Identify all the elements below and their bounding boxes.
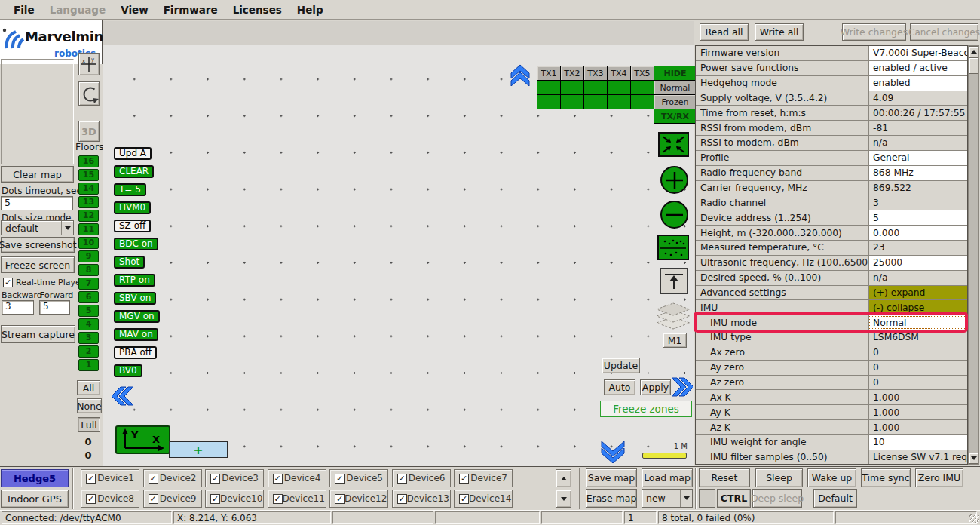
param-value[interactable]: General bbox=[868, 151, 967, 165]
apply-button[interactable]: Apply bbox=[640, 379, 671, 395]
device-cell-device13[interactable]: ✓Device13 bbox=[392, 490, 451, 508]
param-value[interactable]: 10 bbox=[868, 435, 967, 450]
param-value[interactable]: 00:00:26 / 17:57:55 / ( bbox=[868, 106, 967, 120]
expand-left-icon[interactable] bbox=[109, 386, 133, 407]
tx-txrx-button[interactable]: TX/RX bbox=[654, 109, 697, 124]
realtime-player-checkbox[interactable]: ✓ bbox=[3, 278, 13, 287]
indoor-gps-tab-button[interactable]: Indoor GPS bbox=[1, 490, 69, 508]
erase-map-button[interactable]: Erase map bbox=[586, 489, 637, 508]
reset-button[interactable]: Reset bbox=[699, 468, 750, 487]
expand-right-icon[interactable] bbox=[670, 377, 693, 398]
param-value[interactable]: 0 bbox=[868, 376, 967, 390]
default-button[interactable]: Default bbox=[813, 489, 857, 508]
param-value[interactable]: (-) collapse bbox=[868, 300, 967, 315]
device-cell-device8[interactable]: ✓Device8 bbox=[81, 490, 139, 508]
layers-icon[interactable] bbox=[657, 302, 691, 330]
add-submap-button[interactable]: + bbox=[169, 441, 228, 458]
floor-button-5[interactable]: 5 bbox=[78, 305, 99, 317]
param-value[interactable]: 1.000 bbox=[868, 420, 967, 434]
map-button-clear[interactable]: CLEAR bbox=[114, 165, 154, 178]
menu-help[interactable]: Help bbox=[289, 0, 331, 20]
device-cell-device5[interactable]: ✓Device5 bbox=[329, 469, 388, 487]
dots-size-select[interactable]: default bbox=[1, 220, 74, 235]
device-checkbox[interactable]: ✓ bbox=[273, 494, 283, 504]
time-sync-button[interactable]: Time sync bbox=[861, 468, 911, 487]
map-button-pba-off[interactable]: PBA off bbox=[114, 346, 157, 359]
tx-normal-button[interactable]: Normal bbox=[654, 80, 697, 95]
param-value[interactable]: 869.522 bbox=[868, 181, 967, 195]
floor-button-10[interactable]: 10 bbox=[78, 237, 99, 249]
map-button-bv0[interactable]: BV0 bbox=[114, 364, 142, 377]
device-cell-device6[interactable]: ✓Device6 bbox=[392, 469, 451, 487]
ctrl-checkbox[interactable] bbox=[699, 489, 715, 508]
auto-button[interactable]: Auto bbox=[604, 379, 635, 395]
hedge-tab-button[interactable]: Hedge5 bbox=[1, 469, 69, 487]
param-value[interactable]: 23 bbox=[868, 241, 967, 255]
floor-button-14[interactable]: 14 bbox=[78, 183, 99, 195]
device-checkbox[interactable]: ✓ bbox=[397, 494, 407, 504]
map-button-rtp-on[interactable]: RTP on bbox=[114, 274, 155, 287]
device-cell-device12[interactable]: ✓Device12 bbox=[329, 490, 388, 508]
tx-header-tx4[interactable]: TX4 bbox=[607, 66, 631, 81]
collapse-down-icon[interactable] bbox=[600, 441, 626, 463]
axes-view-button[interactable]: x y bbox=[78, 53, 100, 75]
tx-frozen-button[interactable]: Frozen bbox=[654, 94, 697, 109]
chevron-down-icon[interactable] bbox=[61, 221, 73, 235]
tx-header-tx1[interactable]: TX1 bbox=[537, 66, 561, 81]
tx-cell[interactable] bbox=[583, 94, 608, 109]
param-value[interactable]: 25000 bbox=[868, 256, 967, 270]
tx-header-tx3[interactable]: TX3 bbox=[583, 66, 608, 81]
tx-cell[interactable] bbox=[630, 80, 654, 95]
device-checkbox[interactable]: ✓ bbox=[459, 494, 469, 504]
device-checkbox[interactable]: ✓ bbox=[273, 474, 283, 484]
param-value[interactable]: n/a bbox=[868, 136, 967, 150]
param-value[interactable]: V7.000i Super-Beacon bbox=[868, 46, 967, 60]
floor-button-16[interactable]: 16 bbox=[78, 155, 99, 167]
read-all-button[interactable]: Read all bbox=[700, 23, 749, 41]
scroll-up-button[interactable] bbox=[969, 46, 978, 57]
tx-cell[interactable] bbox=[607, 80, 631, 95]
param-value[interactable]: 0.000 bbox=[868, 226, 967, 240]
chevron-down-icon[interactable] bbox=[680, 490, 692, 507]
menu-view[interactable]: View bbox=[113, 0, 155, 20]
floor-button-9[interactable]: 9 bbox=[78, 250, 99, 262]
write-all-button[interactable]: Write all bbox=[755, 23, 804, 41]
dots-timeout-input[interactable]: 5 bbox=[1, 196, 73, 210]
fit-view-icon[interactable] bbox=[658, 132, 689, 157]
wake-up-button[interactable]: Wake up bbox=[807, 468, 856, 487]
tx-cell[interactable] bbox=[537, 80, 561, 95]
rotate-view-button[interactable] bbox=[78, 81, 100, 106]
map-select[interactable]: new bbox=[642, 489, 693, 508]
deep-sleep-button[interactable]: Deep sleep bbox=[752, 489, 802, 508]
param-value[interactable]: -81 bbox=[868, 121, 967, 135]
device-cell-device14[interactable]: ✓Device14 bbox=[454, 490, 513, 508]
tx-header-tx5[interactable]: TX5 bbox=[630, 66, 654, 81]
floor-button-6[interactable]: 6 bbox=[78, 291, 99, 303]
floor-button-1[interactable]: 1 bbox=[78, 359, 99, 371]
save-map-button[interactable]: Save map bbox=[586, 468, 637, 487]
sleep-button[interactable]: Sleep bbox=[755, 468, 803, 487]
device-checkbox[interactable]: ✓ bbox=[335, 494, 345, 504]
param-value[interactable]: LSM6DSM bbox=[868, 330, 967, 345]
tx-header-tx2[interactable]: TX2 bbox=[560, 66, 584, 81]
param-value[interactable]: 0 bbox=[868, 361, 967, 375]
floor-button-15[interactable]: 15 bbox=[78, 169, 99, 181]
map-button-upd-a[interactable]: Upd A bbox=[114, 147, 152, 160]
device-checkbox[interactable]: ✓ bbox=[86, 494, 96, 504]
floor-button-11[interactable]: 11 bbox=[78, 223, 99, 235]
param-value[interactable]: n/a bbox=[868, 271, 967, 285]
tx-cell[interactable] bbox=[537, 94, 561, 109]
floor-button-4[interactable]: 4 bbox=[78, 318, 99, 330]
zoom-in-icon[interactable] bbox=[660, 166, 688, 194]
param-value[interactable]: 1.000 bbox=[868, 405, 967, 419]
device-checkbox[interactable]: ✓ bbox=[149, 474, 158, 484]
map-button-mav-on[interactable]: MAV on bbox=[114, 328, 158, 341]
load-map-button[interactable]: Load map bbox=[642, 468, 693, 487]
param-value[interactable]: 4.09 bbox=[868, 91, 967, 106]
parameters-scrollbar[interactable] bbox=[968, 45, 979, 465]
m1-button[interactable]: M1 bbox=[663, 333, 687, 348]
floor-button-7[interactable]: 7 bbox=[78, 278, 99, 290]
map-button-bdc-on[interactable]: BDC on bbox=[114, 238, 158, 250]
param-value[interactable]: 5 bbox=[868, 210, 967, 225]
device-cell-device3[interactable]: ✓Device3 bbox=[205, 469, 264, 487]
